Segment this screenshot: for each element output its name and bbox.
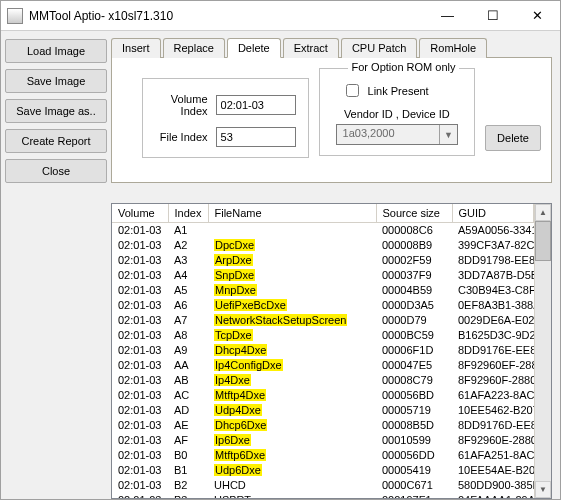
link-present-checkbox[interactable] [346, 84, 359, 97]
link-present-label: Link Present [368, 85, 429, 97]
titlebar: MMTool Aptio- x10sl71.310 — ☐ ✕ [1, 1, 560, 31]
table-row[interactable]: 02:01-03A4SnpDxe000037F93DD7A87B-D5BD-44… [112, 268, 534, 283]
col-index[interactable]: Index [168, 204, 208, 223]
tab-strip: Insert Replace Delete Extract CPU Patch … [111, 38, 552, 58]
vendor-device-label: Vendor ID , Device ID [330, 108, 464, 120]
table-row[interactable]: 02:01-03B1Udp6Dxe0000541910EE54AE-B207-4… [112, 463, 534, 478]
table-row[interactable]: 02:01-03B3USBRT000197F104FAAAA1-29A1-11D… [112, 493, 534, 499]
create-report-button[interactable]: Create Report [5, 129, 107, 153]
table-row[interactable]: 02:01-03A1000008C6A59A0056-3341-44B5-9C9… [112, 223, 534, 238]
left-button-column: Load Image Save Image Save Image as.. Cr… [1, 31, 111, 499]
table-row[interactable]: 02:01-03AAIp4ConfigDxe000047E58F92960EF-… [112, 358, 534, 373]
option-rom-group: For Option ROM only Link Present Vendor … [319, 68, 475, 156]
vertical-scrollbar[interactable]: ▲ ▼ [534, 204, 551, 498]
option-rom-legend: For Option ROM only [348, 61, 460, 73]
col-volume[interactable]: Volume [112, 204, 168, 223]
table-row[interactable]: 02:01-03ACMtftp4Dxe000056BD61AFA223-8AC8… [112, 388, 534, 403]
table-row[interactable]: 02:01-03A2DpcDxe000008B9399CF3A7-82C7-4D… [112, 238, 534, 253]
scroll-down-icon[interactable]: ▼ [535, 481, 551, 498]
scroll-up-icon[interactable]: ▲ [535, 204, 551, 221]
table-row[interactable]: 02:01-03ABIp4Dxe00008C798F92960F-2880-46… [112, 373, 534, 388]
table-row[interactable]: 02:01-03A8TcpDxe0000BC59B1625D3C-9D2D-4E… [112, 328, 534, 343]
table-row[interactable]: 02:01-03ADUdp4Dxe0000571910EE5462-B207-4… [112, 403, 534, 418]
file-index-input[interactable] [216, 127, 296, 147]
table-row[interactable]: 02:01-03B2UHCD0000C671580DD900-385D-11D7… [112, 478, 534, 493]
volume-index-label: Volume Index [155, 93, 208, 117]
table-row[interactable]: 02:01-03B0Mtftp6Dxe000056DD61AFA251-8AC8… [112, 448, 534, 463]
minimize-button[interactable]: — [425, 1, 470, 30]
close-app-button[interactable]: Close [5, 159, 107, 183]
table-row[interactable]: 02:01-03A3ArpDxe00002F598DD91798-EE87-4F… [112, 253, 534, 268]
tab-cpu-patch[interactable]: CPU Patch [341, 38, 417, 58]
window-title: MMTool Aptio- x10sl71.310 [29, 9, 425, 23]
module-table: Volume Index FileName Source size GUID 0… [111, 203, 552, 499]
app-icon [7, 8, 23, 24]
tab-extract[interactable]: Extract [283, 38, 339, 58]
tab-delete[interactable]: Delete [227, 38, 281, 58]
scroll-track[interactable] [535, 221, 551, 481]
file-index-label: File Index [155, 131, 208, 143]
tab-romhole[interactable]: RomHole [419, 38, 487, 58]
table-row[interactable]: 02:01-03A9Dhcp4Dxe00006F1D8DD9176E-EE87-… [112, 343, 534, 358]
col-guid[interactable]: GUID [452, 204, 534, 223]
table-row[interactable]: 02:01-03A6UefiPxeBcDxe0000D3A50EF8A3B1-3… [112, 298, 534, 313]
col-sourcesize[interactable]: Source size [376, 204, 452, 223]
table-row[interactable]: 02:01-03A5MnpDxe00004B59C30B94E3-C8F2-4A… [112, 283, 534, 298]
table-row[interactable]: 02:01-03AEDhcp6Dxe00008B5D8DD9176D-EE87-… [112, 418, 534, 433]
tab-replace[interactable]: Replace [163, 38, 225, 58]
save-image-as-button[interactable]: Save Image as.. [5, 99, 107, 123]
delete-panel: Volume Index File Index For Option ROM o… [111, 57, 552, 183]
table-row[interactable]: 02:01-03AFIp6Dxe000105998F92960E-2880-46… [112, 433, 534, 448]
vendor-device-value: 1a03,2000 [337, 125, 439, 144]
save-image-button[interactable]: Save Image [5, 69, 107, 93]
close-button[interactable]: ✕ [515, 1, 560, 30]
vendor-device-combo[interactable]: 1a03,2000 ▼ [336, 124, 458, 145]
load-image-button[interactable]: Load Image [5, 39, 107, 63]
volume-index-input[interactable] [216, 95, 296, 115]
table-row[interactable]: 02:01-03A7NetworkStackSetupScreen0000D79… [112, 313, 534, 328]
scroll-thumb[interactable] [535, 221, 551, 261]
chevron-down-icon[interactable]: ▼ [439, 125, 457, 144]
delete-button[interactable]: Delete [485, 125, 541, 151]
maximize-button[interactable]: ☐ [470, 1, 515, 30]
tab-insert[interactable]: Insert [111, 38, 161, 58]
col-filename[interactable]: FileName [208, 204, 376, 223]
